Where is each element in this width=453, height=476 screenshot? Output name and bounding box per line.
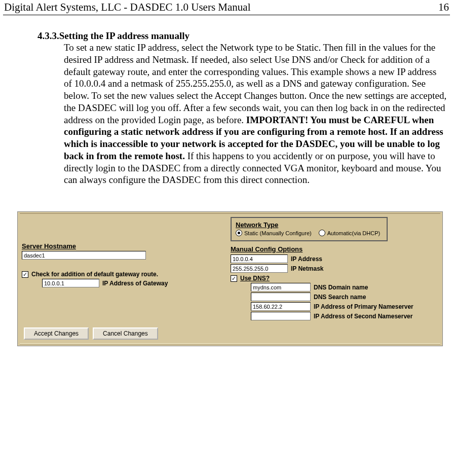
ip-netmask-label: IP Netmask (291, 265, 323, 272)
button-row: Accept Changes Cancel Changes (18, 324, 442, 340)
check-icon: ✓ (23, 272, 27, 277)
dns-secondary-input[interactable] (251, 312, 311, 320)
cancel-changes-button[interactable]: Cancel Changes (93, 327, 158, 340)
section-heading: 4.3.3.Setting the IP address manually (37, 30, 450, 42)
panel-bottom-rule (20, 343, 440, 345)
section-number: 4.3.3. (37, 30, 59, 41)
gateway-ip-label: IP Address of Gateway (102, 280, 168, 287)
dns-primary-label: IP Address of Primary Nameserver (314, 303, 413, 310)
right-column: Network Type Static (Manually Configure)… (231, 217, 438, 321)
manual-config-label: Manual Config Options (231, 245, 438, 253)
radio-static[interactable] (236, 230, 242, 236)
header-left: Digital Alert Systems, LLC - DASDEC 1.0 … (4, 1, 250, 14)
ip-address-label: IP Address (291, 255, 322, 263)
para-a: To set a new static IP address, select t… (64, 42, 446, 125)
dns-search-label: DNS Search name (314, 294, 366, 301)
accept-changes-button[interactable]: Accept Changes (24, 327, 89, 340)
dns-block: DNS Domain name DNS Search name IP Addre… (251, 283, 438, 320)
dns-domain-input[interactable] (251, 283, 311, 291)
dns-domain-label: DNS Domain name (314, 284, 368, 291)
check-icon: ✓ (232, 276, 236, 281)
doc-header: Digital Alert Systems, LLC - DASDEC 1.0 … (3, 1, 450, 15)
server-hostname-label: Server Hostname (22, 242, 224, 250)
use-dns-checkbox[interactable]: ✓ (231, 275, 237, 282)
server-hostname-input[interactable] (22, 251, 146, 260)
dns-search-input[interactable] (251, 292, 311, 301)
network-type-label: Network Type (236, 221, 383, 229)
radio-dhcp-label: Automatic(via DHCP) (327, 230, 381, 236)
radio-static-label: Static (Manually Configure) (244, 230, 312, 236)
body-paragraph: To set a new static IP address, select t… (64, 42, 447, 186)
ip-netmask-input[interactable] (231, 264, 288, 273)
radio-dot-icon (238, 232, 240, 234)
gateway-ip-input[interactable] (42, 279, 99, 287)
network-type-box: Network Type Static (Manually Configure)… (231, 217, 388, 241)
dns-secondary-label: IP Address of Second Nameserver (314, 313, 412, 320)
page-number: 16 (438, 1, 449, 14)
gateway-checkbox[interactable]: ✓ (22, 271, 28, 278)
network-config-panel: Server Hostname ✓ Check for addition of … (17, 211, 443, 346)
use-dns-label: Use DNS? (240, 275, 270, 282)
radio-dhcp[interactable] (319, 230, 325, 236)
panel-top-rule (20, 213, 440, 214)
section-title: Setting the IP address manually (59, 30, 190, 41)
left-column: Server Hostname ✓ Check for addition of … (22, 217, 224, 321)
dns-primary-input[interactable] (251, 302, 311, 311)
gateway-check-label: Check for addition of default gateway ro… (31, 271, 158, 278)
ip-address-input[interactable] (231, 254, 288, 263)
